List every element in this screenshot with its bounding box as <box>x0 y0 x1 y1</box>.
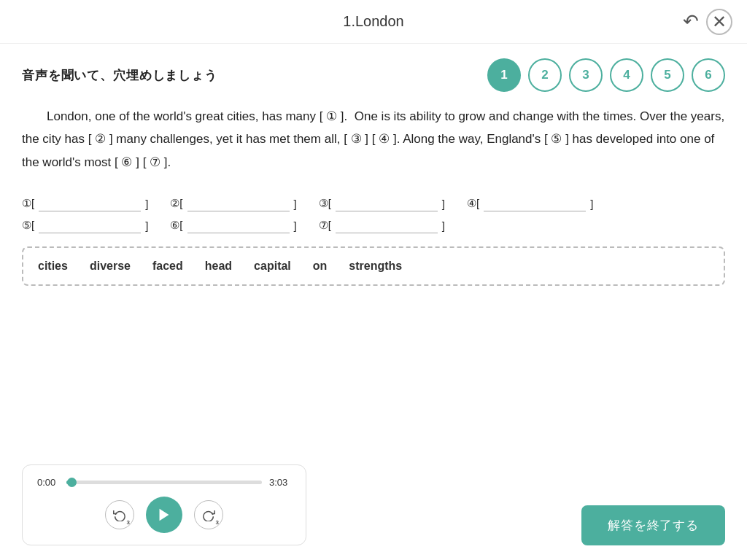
tab-4[interactable]: 4 <box>610 58 643 92</box>
fill-label-1: ①[ <box>22 197 34 210</box>
fill-item-3: ③[ ] <box>319 195 445 211</box>
bottom-row: 0:00 3:03 3 <box>22 464 725 545</box>
play-button[interactable] <box>146 497 182 533</box>
fill-label-3: ③[ <box>319 197 331 210</box>
passage-text: London, one of the world's great cities,… <box>22 105 725 174</box>
fill-item-6: ⑥[ ] <box>170 217 296 233</box>
word-faced[interactable]: faced <box>152 260 183 273</box>
word-capital[interactable]: capital <box>254 260 291 273</box>
fill-rows: ①[ ] ②[ ] ③[ ] ④[ ] ⑤[ <box>22 195 725 233</box>
main-content: 音声を聞いて、穴埋めしましょう 1 2 3 4 5 6 London, one … <box>0 44 747 316</box>
tab-3[interactable]: 3 <box>569 58 603 92</box>
forward-button[interactable]: 3 <box>194 500 223 529</box>
tab-5[interactable]: 5 <box>651 58 684 92</box>
audio-progress-fill <box>66 481 72 484</box>
word-strengths[interactable]: strengths <box>349 260 402 273</box>
fill-item-2: ②[ ] <box>170 195 296 211</box>
instruction-text: 音声を聞いて、穴埋めしましょう <box>22 67 217 84</box>
fill-label-7: ⑦[ <box>319 219 331 232</box>
word-bank: cities diverse faced head capital on str… <box>22 246 725 286</box>
word-diverse[interactable]: diverse <box>90 260 131 273</box>
page-title: 1.London <box>343 13 403 30</box>
rewind-button[interactable]: 3 <box>105 500 134 529</box>
fill-row-2: ⑤[ ] ⑥[ ] ⑦[ ] <box>22 217 725 233</box>
audio-progress-dot <box>67 478 77 487</box>
fill-input-1[interactable] <box>39 195 141 211</box>
fill-item-7: ⑦[ ] <box>319 217 445 233</box>
fill-input-3[interactable] <box>336 195 438 211</box>
fill-label-5: ⑤[ <box>22 219 34 232</box>
audio-time-start: 0:00 <box>37 477 59 488</box>
audio-controls: 3 3 <box>37 497 291 533</box>
fill-label-6: ⑥[ <box>170 219 182 232</box>
fill-label-4: ④[ <box>467 197 479 210</box>
audio-progress-bar[interactable] <box>66 481 262 484</box>
svg-marker-0 <box>160 509 169 521</box>
fill-item-5: ⑤[ ] <box>22 217 148 233</box>
fill-input-4[interactable] <box>484 195 586 211</box>
word-head[interactable]: head <box>205 260 232 273</box>
fill-label-2: ②[ <box>170 197 182 210</box>
header: 1.London ↶ ✕ <box>0 0 747 44</box>
word-on[interactable]: on <box>313 260 328 273</box>
close-button[interactable]: ✕ <box>706 9 732 35</box>
submit-button[interactable]: 解答を終了する <box>581 505 725 545</box>
tab-2[interactable]: 2 <box>528 58 562 92</box>
fill-input-5[interactable] <box>39 217 141 233</box>
instruction-row: 音声を聞いて、穴埋めしましょう 1 2 3 4 5 6 <box>22 58 725 92</box>
fill-item-1: ①[ ] <box>22 195 148 211</box>
audio-time-end: 3:03 <box>269 477 291 488</box>
audio-time-row: 0:00 3:03 <box>37 477 291 488</box>
audio-player: 0:00 3:03 3 <box>22 464 306 545</box>
fill-item-4: ④[ ] <box>467 195 593 211</box>
tab-6[interactable]: 6 <box>692 58 725 92</box>
header-actions: ↶ ✕ <box>683 9 732 35</box>
fill-input-6[interactable] <box>187 217 290 233</box>
fill-row-1: ①[ ] ②[ ] ③[ ] ④[ ] <box>22 195 725 211</box>
tab-1[interactable]: 1 <box>487 58 521 92</box>
word-cities[interactable]: cities <box>38 260 68 273</box>
number-tabs: 1 2 3 4 5 6 <box>487 58 725 92</box>
fill-input-7[interactable] <box>336 217 438 233</box>
fill-input-2[interactable] <box>187 195 290 211</box>
undo-button[interactable]: ↶ <box>683 10 699 33</box>
